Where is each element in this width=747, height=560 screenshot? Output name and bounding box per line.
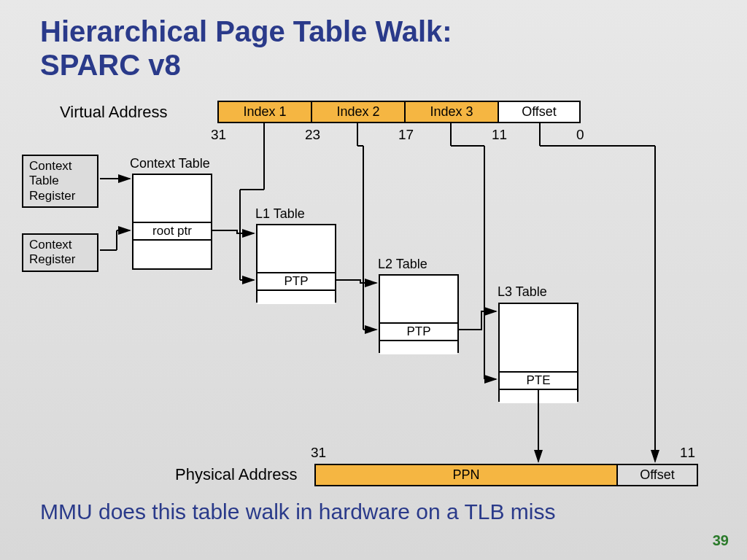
context-table-label: Context Table <box>130 156 210 171</box>
bit-11: 11 <box>492 127 507 143</box>
virtual-address-label: Virtual Address <box>60 103 168 122</box>
l2-table-box: PTP <box>379 274 459 353</box>
title-line-2: SPARC v8 <box>40 49 181 81</box>
l2-ptp-cell: PTP <box>380 322 457 340</box>
l1-ptp-cell: PTP <box>258 272 335 289</box>
pa-bit-11: 11 <box>680 445 695 461</box>
pa-offset: Offset <box>617 464 697 486</box>
l1-table-box: PTP <box>256 224 336 303</box>
virtual-address-table: Index 1 Index 2 Index 3 Offset <box>217 101 581 123</box>
bit-23: 23 <box>305 127 320 143</box>
l1-table-label: L1 Table <box>255 206 305 222</box>
context-table-box: root ptr <box>132 174 212 270</box>
footer-caption: MMU does this table walk in hardware on … <box>40 499 555 524</box>
bit-17: 17 <box>398 127 414 143</box>
pa-ppn: PPN <box>315 464 617 486</box>
l2-table-label: L2 Table <box>378 257 427 272</box>
l3-table-label: L3 Table <box>498 284 547 300</box>
bit-31: 31 <box>211 127 226 143</box>
title-line-1: Hierarchical Page Table Walk: <box>40 15 452 47</box>
context-table-register: ContextTableRegister <box>22 155 98 208</box>
bit-0: 0 <box>576 127 584 143</box>
physical-address-label: Physical Address <box>175 465 298 484</box>
l3-table-box: PTE <box>498 303 578 402</box>
l3-pte-cell: PTE <box>500 371 577 389</box>
slide-number: 39 <box>713 532 729 549</box>
va-index1: Index 1 <box>218 101 311 122</box>
va-index2: Index 2 <box>311 101 405 122</box>
ctx-table-reg-text: ContextTableRegister <box>29 159 75 203</box>
va-offset: Offset <box>498 101 580 122</box>
pa-bit-31: 31 <box>311 445 326 461</box>
root-ptr-cell: root ptr <box>133 222 211 239</box>
context-register: ContextRegister <box>22 233 98 272</box>
va-index3: Index 3 <box>405 101 498 122</box>
ctx-reg-text: ContextRegister <box>29 238 75 266</box>
physical-address-table: PPN Offset <box>314 464 698 486</box>
slide-title: Hierarchical Page Table Walk: SPARC v8 <box>40 15 452 82</box>
